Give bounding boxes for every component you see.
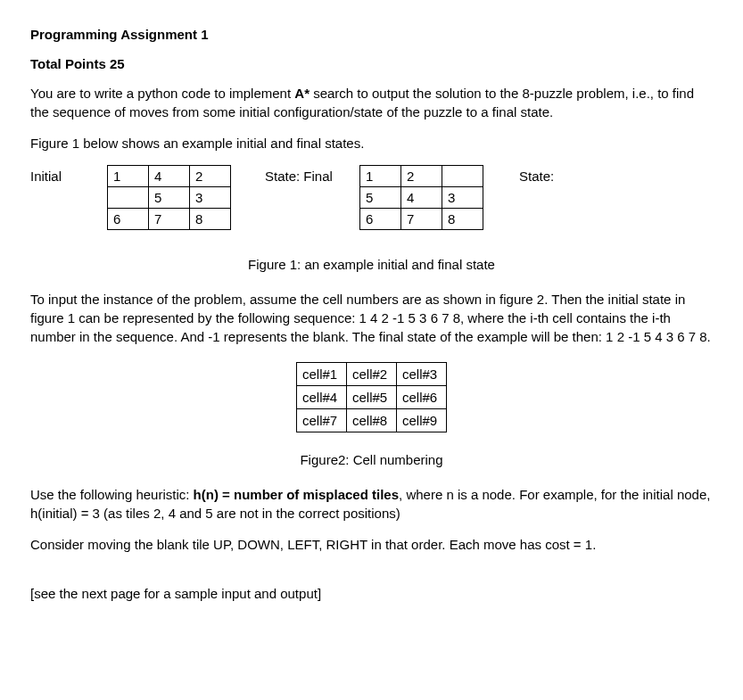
intro-pre: You are to write a python code to implem…	[30, 86, 294, 101]
intro-paragraph-1: You are to write a python code to implem…	[30, 84, 713, 121]
initial-cell: 5	[149, 187, 190, 209]
final-cell: 5	[360, 187, 401, 209]
cell-label: cell#5	[347, 386, 397, 409]
final-cell: 1	[360, 166, 401, 187]
cell-label: cell#3	[397, 363, 447, 386]
cell-label: cell#6	[397, 386, 447, 409]
cell-label: cell#2	[347, 363, 397, 386]
cell-label: cell#8	[347, 409, 397, 432]
figure2-caption: Figure2: Cell numbering	[30, 450, 713, 469]
initial-cell: 3	[190, 187, 231, 209]
heuristic-paragraph: Use the following heuristic: h(n) = numb…	[30, 485, 713, 523]
initial-cell	[108, 187, 149, 209]
final-cell: 8	[442, 209, 483, 230]
cell-numbering-grid: cell#1 cell#2 cell#3 cell#4 cell#5 cell#…	[296, 362, 447, 432]
figure1-row: Initial 1 4 2 5 3 6 7 8 State: Final 1 2…	[30, 165, 713, 230]
assignment-title: Programming Assignment 1	[30, 25, 713, 44]
final-cell: 4	[401, 187, 442, 209]
cell-label: cell#7	[297, 409, 347, 432]
input-representation-paragraph: To input the instance of the problem, as…	[30, 290, 713, 346]
move-order-paragraph: Consider moving the blank tile UP, DOWN,…	[30, 535, 713, 554]
label-initial: Initial	[30, 165, 107, 185]
initial-cell: 2	[190, 166, 231, 187]
intro-paragraph-2: Figure 1 below shows an example initial …	[30, 134, 713, 152]
initial-cell: 7	[149, 209, 190, 230]
heuristic-bold: h(n) = number of misplaced tiles	[194, 487, 399, 502]
label-state: State:	[483, 165, 554, 185]
heuristic-pre: Use the following heuristic:	[30, 487, 194, 502]
cell-label: cell#1	[297, 363, 347, 386]
final-cell: 2	[401, 166, 442, 187]
initial-cell: 6	[108, 209, 149, 230]
initial-cell: 8	[190, 209, 231, 230]
label-state-final: State: Final	[231, 165, 359, 185]
cell-label: cell#4	[297, 386, 347, 409]
final-state-grid: 1 2 5 4 3 6 7 8	[359, 165, 483, 230]
total-points: Total Points 25	[30, 54, 713, 73]
initial-cell: 1	[108, 166, 149, 187]
final-cell: 7	[401, 209, 442, 230]
intro-bold-astar: A*	[294, 86, 310, 101]
final-cell: 3	[442, 187, 483, 209]
cell-label: cell#9	[397, 409, 447, 432]
final-cell	[442, 166, 483, 187]
initial-state-grid: 1 4 2 5 3 6 7 8	[107, 165, 231, 230]
next-page-note: [see the next page for a sample input an…	[30, 584, 713, 603]
final-cell: 6	[360, 209, 401, 230]
initial-cell: 4	[149, 166, 190, 187]
figure1-caption: Figure 1: an example initial and final s…	[30, 255, 713, 274]
